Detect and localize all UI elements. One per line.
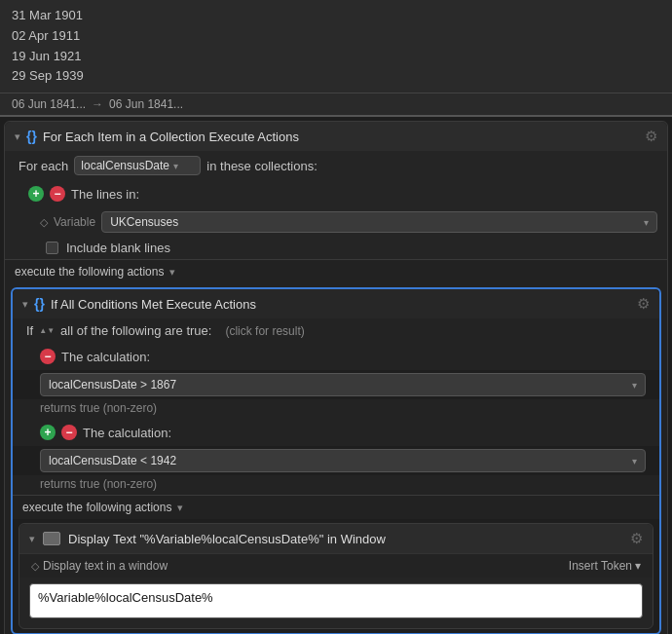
display-text-field[interactable]: %Variable%localCensusDate%: [29, 583, 643, 618]
add-condition-button[interactable]: +: [28, 186, 44, 202]
date-item-4: 29 Sep 1939: [12, 66, 660, 87]
for-each-gear-icon[interactable]: ⚙: [645, 128, 657, 145]
insert-token-chevron-icon: ▾: [635, 559, 641, 573]
date-item-3: 19 Jun 1921: [12, 47, 660, 67]
date-item-2: 02 Apr 1911: [12, 26, 660, 47]
remove-condition-button[interactable]: −: [50, 186, 65, 202]
if-all-execute-label: execute the following actions: [22, 501, 171, 514]
insert-token-button[interactable]: Insert Token ▾: [569, 559, 641, 573]
lines-row: + − The lines in:: [28, 184, 657, 204]
condition-2-label: The calculation:: [83, 426, 171, 440]
lines-section: + − The lines in:: [5, 180, 667, 207]
for-each-line: For each localCensusDate ▾ in these coll…: [5, 151, 667, 180]
condition-1-label: The calculation:: [61, 350, 150, 364]
remove-condition-1-button[interactable]: −: [40, 349, 56, 364]
checkbox-row: Include blank lines: [5, 237, 667, 259]
for-each-block-header: ▾ {} For Each Item in a Collection Execu…: [5, 122, 667, 151]
if-all-chevron-icon[interactable]: ▾: [22, 298, 28, 311]
for-each-label: For each: [19, 159, 68, 173]
if-all-gear-icon[interactable]: ⚙: [637, 295, 650, 313]
for-each-block: ▾ {} For Each Item in a Collection Execu…: [4, 121, 668, 634]
for-each-block-title: For Each Item in a Collection Execute Ac…: [43, 130, 639, 144]
display-sub-chevron-icon[interactable]: ◇: [31, 560, 39, 573]
date-range-bar: 06 Jun 1841... → 06 Jun 1841...: [0, 93, 672, 117]
variable-name-dropdown[interactable]: localCensusDate ▾: [74, 156, 201, 175]
date-list-area: 31 Mar 1901 02 Apr 1911 19 Jun 1921 29 S…: [0, 0, 672, 93]
if-label: If: [26, 323, 33, 338]
window-icon: [43, 532, 60, 545]
condition-1-field[interactable]: localCensusDate > 1867 ▾: [40, 373, 646, 396]
variable-field[interactable]: UKCensuses ▾: [101, 211, 657, 233]
if-all-curly-icon: {}: [34, 296, 45, 312]
remove-condition-2-button[interactable]: −: [61, 425, 77, 440]
condition-2-returns: returns true (non-zero): [13, 475, 659, 495]
variable-name-value: localCensusDate: [81, 159, 169, 172]
lines-label: The lines in:: [71, 187, 139, 202]
condition-1-row: − The calculation:: [40, 347, 646, 366]
display-text-block: ▾ Display Text "%Variable%localCensusDat…: [19, 523, 653, 629]
for-each-curly-icon: {}: [26, 129, 37, 144]
variable-field-value: UKCensuses: [110, 215, 178, 229]
display-block-header: ▾ Display Text "%Variable%localCensusDat…: [19, 524, 653, 553]
up-down-arrows-icon[interactable]: ▲▼: [39, 327, 55, 335]
include-blank-lines-label: Include blank lines: [66, 241, 170, 255]
display-block-gear-icon[interactable]: ⚙: [630, 530, 643, 547]
display-sub-label-group: ◇ Display text in a window: [31, 559, 168, 573]
condition-1-dropdown-arrow-icon: ▾: [632, 380, 637, 391]
if-all-block: ▾ {} If All Conditions Met Execute Actio…: [11, 287, 661, 634]
for-each-chevron-icon[interactable]: ▾: [15, 131, 20, 143]
display-block-chevron-icon[interactable]: ▾: [29, 533, 35, 545]
display-sub-header: ◇ Display text in a window Insert Token …: [19, 553, 653, 578]
for-each-execute-bar[interactable]: execute the following actions ▾: [5, 259, 667, 283]
date-item-1: 31 Mar 1901: [12, 6, 660, 26]
condition-2-value: localCensusDate < 1942: [49, 454, 176, 467]
insert-token-label: Insert Token: [569, 559, 632, 573]
dropdown-arrow-icon: ▾: [173, 161, 178, 171]
condition-2-section: + − The calculation:: [13, 419, 659, 446]
date-range-end: 06 Jun 1841...: [109, 97, 183, 111]
for-each-execute-chevron-icon: ▾: [169, 266, 175, 279]
display-sub-label: Display text in a window: [43, 559, 168, 573]
condition-1-value: localCensusDate > 1867: [49, 378, 176, 392]
condition-2-field[interactable]: localCensusDate < 1942 ▾: [40, 449, 646, 472]
add-condition-2-button[interactable]: +: [40, 425, 56, 440]
condition-1-returns: returns true (non-zero): [13, 399, 659, 419]
click-result-label[interactable]: (click for result): [225, 324, 304, 338]
condition-2-dropdown-arrow-icon: ▾: [632, 456, 637, 466]
if-all-execute-chevron-icon: ▾: [177, 502, 183, 514]
if-all-execute-bar[interactable]: execute the following actions ▾: [13, 495, 659, 519]
arrow-icon: →: [92, 97, 103, 111]
include-blank-lines-checkbox[interactable]: [46, 242, 58, 254]
condition-2-row: + − The calculation:: [40, 423, 646, 442]
variable-label: Variable: [54, 215, 95, 229]
if-all-block-header: ▾ {} If All Conditions Met Execute Actio…: [13, 289, 659, 318]
condition-1-section: − The calculation:: [13, 343, 659, 370]
all-label: all of the following are true:: [60, 323, 211, 338]
date-range-start: 06 Jun 1841...: [12, 97, 86, 111]
for-each-execute-label: execute the following actions: [15, 265, 164, 279]
if-all-block-title: If All Conditions Met Execute Actions: [51, 297, 631, 312]
variable-chevron-icon[interactable]: ◇: [40, 216, 48, 229]
display-block-title: Display Text "%Variable%localCensusDate%…: [68, 532, 622, 546]
if-all-line: If ▲▼ all of the following are true: (cl…: [13, 318, 659, 343]
variable-row: ◇ Variable UKCensuses ▾: [5, 207, 667, 237]
variable-dropdown-arrow-icon: ▾: [644, 217, 649, 228]
in-collections-label: in these collections:: [206, 159, 317, 173]
